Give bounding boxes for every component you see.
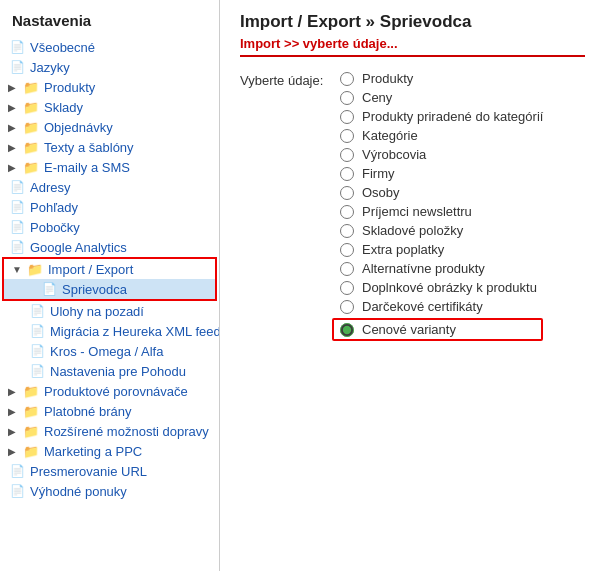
radio-item-prijemci[interactable]: Príjemci newslettru [340, 204, 543, 219]
radio-label-firmy: Firmy [362, 166, 395, 181]
sidebar-item-marketing[interactable]: ▶ 📁 Marketing a PPC [0, 441, 219, 461]
sidebar-item-jazyky[interactable]: 📄 Jazyky [0, 57, 219, 77]
page-icon: 📄 [28, 303, 46, 319]
radio-input-ceny[interactable] [340, 91, 354, 105]
radio-label-produkty: Produkty [362, 71, 413, 86]
radio-item-ceny[interactable]: Ceny [340, 90, 543, 105]
page-icon: 📄 [8, 219, 26, 235]
folder-icon: 📁 [22, 79, 40, 95]
sidebar-item-vyhodne[interactable]: 📄 Výhodné ponuky [0, 481, 219, 501]
folder-icon: 📁 [22, 423, 40, 439]
radio-input-doplnkove[interactable] [340, 281, 354, 295]
sidebar-item-sprievodca[interactable]: 📄 Sprievodca [4, 279, 215, 299]
sidebar-item-label: Produkty [44, 80, 95, 95]
sidebar-item-label: Presmerovanie URL [30, 464, 147, 479]
sidebar-item-label: E-maily a SMS [44, 160, 130, 175]
sidebar-item-label: Všeobecné [30, 40, 95, 55]
radio-label-skladove: Skladové položky [362, 223, 463, 238]
folder-icon: 📁 [22, 139, 40, 155]
sidebar-item-label: Sprievodca [62, 282, 127, 297]
radio-input-vyrobcovia[interactable] [340, 148, 354, 162]
sidebar-item-label: Výhodné ponuky [30, 484, 127, 499]
radio-label-extra: Extra poplatky [362, 242, 444, 257]
arrow-icon: ▼ [12, 264, 24, 275]
arrow-icon: ▶ [8, 426, 20, 437]
sidebar-item-pobocky[interactable]: 📄 Pobočky [0, 217, 219, 237]
sidebar-item-label: Kros - Omega / Alfa [50, 344, 163, 359]
folder-icon: 📁 [22, 159, 40, 175]
sidebar-item-migracia[interactable]: 📄 Migrácia z Heureka XML feedu [0, 321, 219, 341]
sidebar: Nastavenia 📄 Všeobecné 📄 Jazyky ▶ 📁 Prod… [0, 0, 220, 571]
sidebar-item-label: Sklady [44, 100, 83, 115]
radio-input-cenove-varianty[interactable] [340, 323, 354, 337]
radio-input-produkty[interactable] [340, 72, 354, 86]
sidebar-item-produkty[interactable]: ▶ 📁 Produkty [0, 77, 219, 97]
radio-input-firmy[interactable] [340, 167, 354, 181]
section-label: Vyberte údaje: [240, 71, 340, 88]
radio-label-ceny: Ceny [362, 90, 392, 105]
radio-input-alternativne[interactable] [340, 262, 354, 276]
page-icon: 📄 [8, 59, 26, 75]
radio-input-produkty-kategorie[interactable] [340, 110, 354, 124]
arrow-icon: ▶ [8, 122, 20, 133]
options-section: Vyberte údaje: ProduktyCenyProdukty prir… [240, 71, 585, 341]
sidebar-item-platobne[interactable]: ▶ 📁 Platobné brány [0, 401, 219, 421]
sidebar-item-rozsirene[interactable]: ▶ 📁 Rozšírené možnosti dopravy [0, 421, 219, 441]
sidebar-item-objednavky[interactable]: ▶ 📁 Objednávky [0, 117, 219, 137]
folder-icon: 📁 [22, 99, 40, 115]
radio-input-extra[interactable] [340, 243, 354, 257]
arrow-icon: ▶ [8, 102, 20, 113]
radio-options-list: ProduktyCenyProdukty priradené do kategó… [340, 71, 543, 341]
sidebar-item-emaily[interactable]: ▶ 📁 E-maily a SMS [0, 157, 219, 177]
radio-item-produkty-kategorie[interactable]: Produkty priradené do kategórií [340, 109, 543, 124]
radio-item-produkty[interactable]: Produkty [340, 71, 543, 86]
radio-input-skladove[interactable] [340, 224, 354, 238]
sidebar-item-vseobecne[interactable]: 📄 Všeobecné [0, 37, 219, 57]
sidebar-item-google-analytics[interactable]: 📄 Google Analytics [0, 237, 219, 257]
sidebar-item-texty[interactable]: ▶ 📁 Texty a šablóny [0, 137, 219, 157]
sidebar-item-label: Platobné brány [44, 404, 131, 419]
breadcrumb: Import >> vyberte údaje... [240, 36, 585, 57]
sidebar-item-label: Adresy [30, 180, 70, 195]
radio-label-alternativne: Alternatívne produkty [362, 261, 485, 276]
radio-input-prijemci[interactable] [340, 205, 354, 219]
sidebar-item-label: Objednávky [44, 120, 113, 135]
arrow-icon: ▶ [8, 406, 20, 417]
page-icon: 📄 [8, 199, 26, 215]
radio-label-osoby: Osoby [362, 185, 400, 200]
radio-item-darkove[interactable]: Darčekové certifikáty [340, 299, 543, 314]
radio-input-darkove[interactable] [340, 300, 354, 314]
arrow-icon: ▶ [8, 82, 20, 93]
folder-icon: 📁 [26, 261, 44, 277]
arrow-icon: ▶ [8, 386, 20, 397]
sidebar-item-label: Rozšírené možnosti dopravy [44, 424, 209, 439]
sidebar-item-nastavenia-pohodu[interactable]: 📄 Nastavenia pre Pohodu [0, 361, 219, 381]
page-icon: 📄 [8, 483, 26, 499]
radio-item-firmy[interactable]: Firmy [340, 166, 543, 181]
radio-item-osoby[interactable]: Osoby [340, 185, 543, 200]
radio-item-extra[interactable]: Extra poplatky [340, 242, 543, 257]
radio-item-alternativne[interactable]: Alternatívne produkty [340, 261, 543, 276]
sidebar-item-label: Produktové porovnávače [44, 384, 188, 399]
main-content: Import / Export » Sprievodca Import >> v… [220, 0, 605, 571]
sidebar-item-produktove[interactable]: ▶ 📁 Produktové porovnávače [0, 381, 219, 401]
sidebar-item-label: Ulohy na pozadí [50, 304, 144, 319]
radio-item-doplnkove[interactable]: Doplnkové obrázky k produktu [340, 280, 543, 295]
radio-input-kategorie[interactable] [340, 129, 354, 143]
sidebar-item-adresy[interactable]: 📄 Adresy [0, 177, 219, 197]
sidebar-item-ulohy[interactable]: 📄 Ulohy na pozadí [0, 301, 219, 321]
page-icon: 📄 [28, 343, 46, 359]
sidebar-item-presmerovanie[interactable]: 📄 Presmerovanie URL [0, 461, 219, 481]
radio-item-cenove-varianty[interactable]: Cenové varianty [332, 318, 543, 341]
sidebar-item-label: Marketing a PPC [44, 444, 142, 459]
radio-item-vyrobcovia[interactable]: Výrobcovia [340, 147, 543, 162]
sidebar-item-pohlady[interactable]: 📄 Pohľady [0, 197, 219, 217]
sidebar-item-sklady[interactable]: ▶ 📁 Sklady [0, 97, 219, 117]
radio-item-kategorie[interactable]: Kategórie [340, 128, 543, 143]
folder-icon: 📁 [22, 403, 40, 419]
radio-item-skladove[interactable]: Skladové položky [340, 223, 543, 238]
arrow-icon: ▶ [8, 446, 20, 457]
sidebar-item-kros[interactable]: 📄 Kros - Omega / Alfa [0, 341, 219, 361]
radio-input-osoby[interactable] [340, 186, 354, 200]
sidebar-item-import-export[interactable]: ▼ 📁 Import / Export [4, 259, 215, 279]
